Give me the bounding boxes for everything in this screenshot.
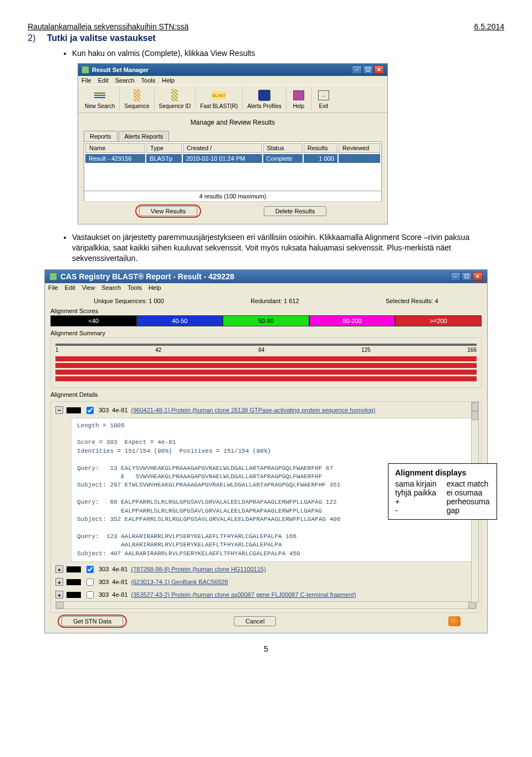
legend-val: exact match	[447, 479, 490, 488]
exit-label: Exit	[319, 103, 328, 109]
table-row	[85, 182, 380, 190]
delete-results-button[interactable]: Delete Results	[264, 206, 327, 216]
bullet-2: Vastaukset on järjestetty paremmuusjärje…	[50, 232, 504, 264]
alert-icon	[258, 90, 270, 101]
get-stn-data-button[interactable]: Get STN Data	[62, 616, 123, 626]
close-icon[interactable]: ✕	[374, 65, 384, 74]
score-chip-icon	[66, 407, 81, 413]
menu-help[interactable]: Help	[149, 284, 161, 291]
score-seg-40-50[interactable]: 40-50	[137, 315, 223, 326]
table-row	[85, 164, 380, 172]
detail-checkbox[interactable]	[86, 407, 94, 414]
expand-icon[interactable]: +	[55, 578, 63, 586]
cell-type: BLASTp	[146, 154, 182, 163]
table-row	[85, 173, 380, 181]
score-seg-ge200[interactable]: >=200	[395, 315, 482, 326]
score-chip-icon	[66, 592, 81, 598]
alignment-bar[interactable]	[55, 370, 477, 375]
col-type[interactable]: Type	[146, 143, 182, 153]
menu-tools[interactable]: Tools	[127, 284, 142, 291]
col-reviewed[interactable]: Reviewed	[339, 143, 380, 153]
stat-redundant: Redundant: 1 612	[250, 298, 299, 304]
detail-row-expanded: – 303 4e-81 (960421-48-1) Protein (human…	[55, 405, 477, 416]
firefox-icon[interactable]	[448, 616, 461, 626]
menu-edit[interactable]: Edit	[98, 77, 109, 84]
col-status[interactable]: Status	[263, 143, 303, 153]
expand-icon[interactable]: +	[55, 591, 63, 599]
sequence-label: Sequence	[124, 103, 149, 109]
detail-checkbox[interactable]	[86, 591, 94, 599]
cell-reviewed	[339, 154, 380, 163]
alignment-bar[interactable]	[55, 376, 477, 381]
help-label: Help	[293, 103, 305, 109]
maximize-icon[interactable]: ☐	[462, 272, 472, 281]
minimize-icon[interactable]: –	[451, 272, 461, 281]
result-set-manager-window: Result Set Manager – ☐ ✕ File Edit Searc…	[78, 63, 388, 224]
blast-icon: BLAST	[212, 91, 226, 100]
alignment-summary-label: Alignment Summary	[50, 330, 482, 336]
help-button[interactable]: Help	[287, 88, 311, 110]
new-search-button[interactable]: New Search	[80, 88, 120, 110]
rsm-toolbar: New Search Sequence Sequence ID BLAST Fa…	[78, 85, 387, 113]
menu-file[interactable]: File	[48, 284, 58, 291]
cancel-button[interactable]: Cancel	[234, 616, 276, 626]
detail-link[interactable]: (623013-74-1) GenBank BAC56928	[131, 579, 228, 585]
scrollbar-horizontal[interactable]	[55, 601, 477, 609]
detail-checkbox[interactable]	[86, 566, 94, 573]
collapse-icon[interactable]: –	[55, 406, 63, 414]
fast-blast-button[interactable]: BLAST Fast BLAST(R)	[196, 88, 243, 110]
menu-edit[interactable]: Edit	[65, 284, 75, 291]
tab-alerts-reports[interactable]: Alerts Reports	[119, 131, 170, 141]
section-title: 2) Tutki ja valitse vastaukset	[28, 33, 504, 43]
rsm-titlebar: Result Set Manager – ☐ ✕	[78, 64, 387, 76]
maximize-icon[interactable]: ☐	[363, 65, 373, 74]
blast-app-icon	[49, 273, 57, 280]
exit-button[interactable]: → Exit	[311, 88, 336, 110]
cell-name: Result - 429156	[85, 154, 145, 163]
menu-tools[interactable]: Tools	[141, 77, 156, 84]
menu-search[interactable]: Search	[115, 77, 135, 84]
view-results-button[interactable]: View Results	[139, 206, 197, 216]
alignment-bar[interactable]	[55, 356, 477, 361]
alignment-details-label: Alignment Details	[50, 391, 482, 398]
col-name[interactable]: Name	[85, 143, 145, 153]
col-created[interactable]: Created /	[183, 143, 262, 153]
panel-title: Manage and Review Results	[84, 119, 382, 126]
col-results[interactable]: Results	[304, 143, 337, 153]
score-seg-50-80[interactable]: 50-80	[223, 315, 309, 326]
detail-link[interactable]: (787268-98-8) Protein (human clone HG110…	[131, 566, 266, 572]
menu-search[interactable]: Search	[101, 284, 121, 291]
detail-link[interactable]: (960421-48-1) Protein (human clone 26138…	[131, 407, 376, 413]
minimize-icon[interactable]: –	[352, 65, 362, 74]
bullet-1: Kun haku on valmis (Complete), klikkaa V…	[50, 49, 504, 58]
header-left: Rautalankamalleja sekvenssihakuihin STN:…	[28, 22, 188, 31]
alignment-legend: Alignment displays sama kirjainexact mat…	[388, 463, 497, 520]
dna-id-icon	[171, 89, 178, 101]
alerts-profiles-label: Alerts Profiles	[247, 103, 282, 109]
dna-icon	[134, 89, 140, 101]
cell-results: 1 000	[304, 154, 337, 163]
book-icon	[293, 90, 304, 100]
bullet-2-text: Vastaukset on järjestetty paremmuusjärje…	[72, 232, 504, 264]
tab-reports[interactable]: Reports	[84, 131, 117, 141]
alerts-profiles-button[interactable]: Alerts Profiles	[243, 88, 287, 110]
summary-axis-line	[55, 344, 477, 346]
alignment-bar[interactable]	[55, 363, 477, 368]
expand-icon[interactable]: +	[55, 565, 63, 573]
menu-help[interactable]: Help	[162, 77, 175, 84]
header-right: 6.5.2014	[474, 22, 505, 31]
axis-tick: 1	[55, 347, 59, 353]
detail-checkbox[interactable]	[86, 579, 94, 586]
detail-link[interactable]: (353527-43-2) Protein (human clone as000…	[131, 591, 356, 598]
close-icon[interactable]: ✕	[473, 272, 483, 281]
menu-view[interactable]: View	[82, 284, 95, 291]
page-number: 5	[28, 645, 504, 653]
score-seg-lt40[interactable]: <40	[50, 315, 137, 326]
alignment-scores-label: Alignment Scores	[50, 308, 482, 314]
score-seg-80-200[interactable]: 80-200	[309, 315, 396, 326]
table-row-selected[interactable]: Result - 429156 BLASTp 2010-02-10 01:24 …	[85, 154, 380, 163]
menu-file[interactable]: File	[81, 77, 91, 84]
summary-axis: 1 42 84 125 166	[55, 347, 477, 353]
sequence-id-button[interactable]: Sequence ID	[155, 88, 196, 110]
sequence-button[interactable]: Sequence	[120, 88, 154, 110]
